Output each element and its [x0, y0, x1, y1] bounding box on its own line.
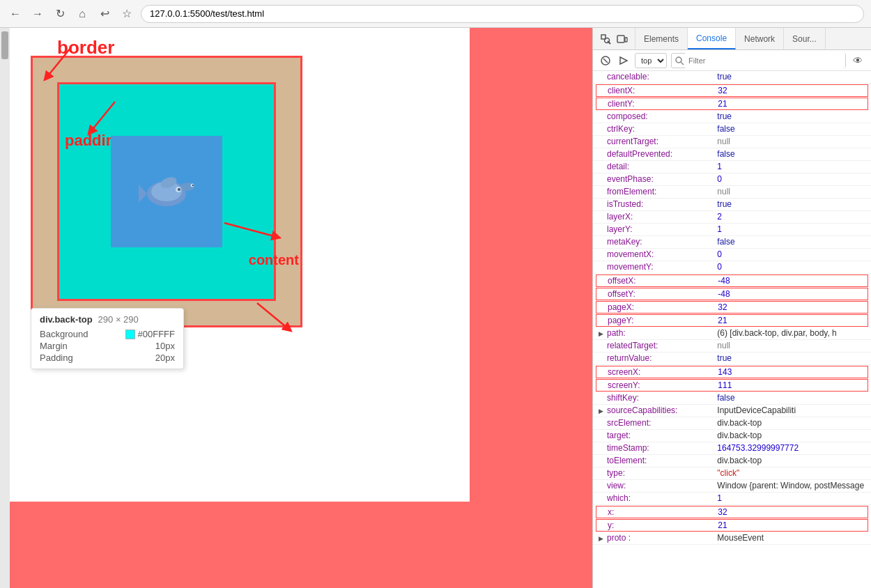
svg-marker-24: [620, 57, 627, 64]
console-clear-icon[interactable]: [599, 54, 612, 68]
prop-value: "click": [715, 468, 739, 479]
expand-arrow: [599, 456, 607, 466]
fish-image: [135, 167, 198, 216]
expand-arrow: [599, 276, 608, 286]
back-history-button[interactable]: ↩: [96, 6, 113, 22]
console-row: offsetX: -48: [596, 274, 868, 287]
prop-value: 1: [715, 224, 722, 235]
prop-name: movementX:: [607, 249, 715, 260]
extra-arrow: [254, 300, 295, 334]
console-row: screenX: 143: [596, 366, 868, 378]
prop-name: layerY:: [607, 224, 715, 235]
console-row: eventPhase: 0: [593, 173, 871, 186]
browser-toolbar: ← → ↻ ⌂ ↩ ☆: [0, 0, 871, 28]
expand-arrow[interactable]: ▶: [599, 405, 607, 416]
prop-value: 21: [716, 520, 727, 530]
expand-arrow: [599, 289, 608, 299]
expand-arrow: [599, 149, 607, 160]
tab-console[interactable]: Console: [688, 28, 736, 49]
prop-value: null: [715, 187, 730, 197]
expand-arrow: [599, 111, 607, 122]
expand-arrow: [599, 493, 607, 504]
prop-value: 164753.32999997772: [715, 443, 799, 454]
prop-value: InputDeviceCapabiliti: [715, 405, 796, 416]
tab-network[interactable]: Network: [736, 28, 784, 49]
expand-arrow: [599, 520, 608, 530]
page-scrollbar[interactable]: [0, 28, 10, 588]
prop-name: layerX:: [607, 212, 715, 222]
context-select[interactable]: top: [635, 53, 667, 68]
prop-value: -48: [716, 276, 730, 286]
console-row: view: Window {parent: Window, postMessag…: [593, 480, 871, 493]
expand-arrow[interactable]: ▶: [599, 328, 607, 339]
prop-value: false: [715, 124, 735, 134]
reload-button[interactable]: ↻: [52, 6, 68, 22]
expand-arrow: [599, 393, 607, 403]
tooltip-title: div.back-top 290 × 290: [40, 314, 175, 325]
prop-value: true: [715, 199, 732, 210]
prop-value: (6) [div.back-top, div.par, body, h: [715, 328, 837, 339]
prop-name: offsetX:: [608, 276, 716, 286]
svg-line-1: [47, 47, 71, 77]
console-row: target: div.back-top: [593, 430, 871, 442]
prop-value: null: [715, 137, 730, 147]
console-row: which: 1: [593, 493, 871, 505]
prop-name: sourceCapabilities:: [607, 405, 715, 416]
prop-name: srcElement:: [607, 418, 715, 428]
console-row: returnValue: true: [593, 353, 871, 365]
expand-arrow: [599, 187, 607, 197]
prop-name: target:: [607, 431, 715, 441]
prop-name: x:: [608, 507, 716, 517]
prop-name: timeStamp:: [607, 443, 715, 454]
expand-arrow: [599, 353, 607, 364]
console-row: metaKey: false: [593, 236, 871, 249]
inspect-element-icon[interactable]: [599, 32, 612, 46]
tooltip-padding-label: Padding: [40, 353, 73, 363]
prop-value: 111: [716, 380, 732, 390]
console-row: relatedTarget: null: [593, 340, 871, 353]
home-button[interactable]: ⌂: [74, 6, 91, 22]
prop-value: null: [715, 341, 730, 351]
console-row: timeStamp: 164753.32999997772: [593, 442, 871, 455]
devtools-icon-buttons: [593, 28, 635, 49]
tab-sources[interactable]: Sour...: [784, 28, 826, 49]
console-row: detail: 1: [593, 161, 871, 173]
prop-name: path:: [607, 328, 715, 339]
console-row: ▶ proto : MouseEvent: [593, 532, 871, 545]
svg-line-26: [681, 62, 684, 65]
back-button[interactable]: ←: [7, 6, 24, 22]
expand-arrow: [599, 367, 608, 377]
expand-arrow: [599, 86, 608, 95]
device-toolbar-icon[interactable]: [615, 32, 629, 46]
prop-name: which:: [607, 493, 715, 504]
prop-value: 32: [716, 86, 727, 95]
console-row: currentTarget: null: [593, 136, 871, 148]
eye-button[interactable]: 👁: [850, 53, 865, 68]
console-row: fromElement: null: [593, 186, 871, 199]
prop-name: toElement:: [607, 456, 715, 466]
filter-input[interactable]: [684, 53, 845, 68]
tab-elements[interactable]: Elements: [635, 28, 688, 49]
expand-arrow: [599, 418, 607, 428]
star-button[interactable]: ☆: [118, 6, 135, 22]
expand-arrow[interactable]: ▶: [599, 533, 607, 543]
expand-arrow: [599, 124, 607, 134]
console-row: ▶ sourceCapabilities: InputDeviceCapabil…: [593, 405, 871, 417]
devtools-toolbar: top 👁: [593, 50, 871, 71]
console-row: ctrlKey: false: [593, 123, 871, 136]
address-bar[interactable]: [141, 5, 864, 23]
content-label: content: [249, 252, 299, 268]
prop-value: false: [715, 237, 735, 247]
console-row: layerY: 1: [593, 224, 871, 236]
expand-arrow: [599, 237, 607, 247]
forward-button[interactable]: →: [29, 6, 46, 22]
devtools-panel: Elements Console Network Sour... top 👁: [592, 28, 871, 588]
expand-arrow: [599, 262, 607, 272]
console-pause-icon[interactable]: [617, 54, 631, 68]
tooltip-size: 290 × 290: [98, 314, 139, 325]
expand-arrow: [599, 316, 608, 325]
console-row: x: 32: [596, 506, 868, 518]
tooltip-element-name: div.back-top: [40, 314, 93, 325]
console-row: defaultPrevented: false: [593, 148, 871, 161]
prop-name: pageY:: [608, 316, 716, 325]
